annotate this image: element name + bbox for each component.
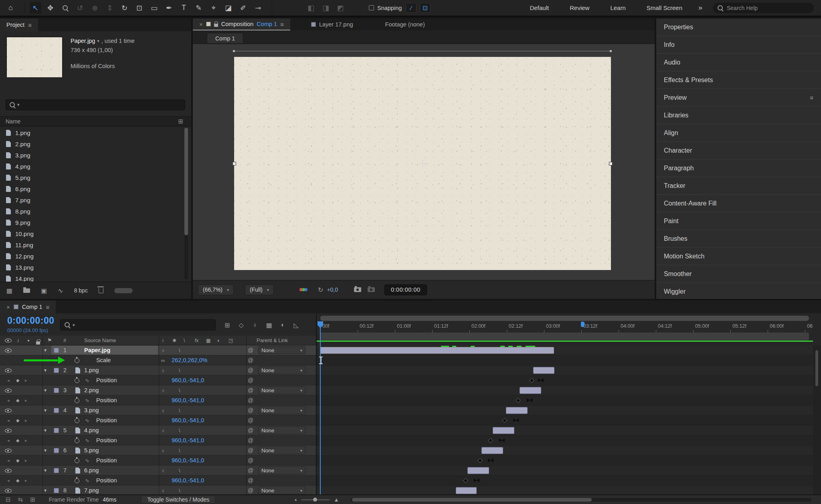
stopwatch-icon[interactable] (75, 438, 79, 443)
pick-whip-icon[interactable]: @ (248, 405, 253, 415)
work-area-bar[interactable] (320, 333, 809, 340)
project-file-row[interactable]: 8.png (0, 206, 191, 217)
layer-duration-bar[interactable] (467, 467, 489, 474)
parent-link-column-header[interactable]: Parent & Link (257, 336, 288, 345)
shy-switch[interactable]: ♁ (161, 385, 165, 395)
keyframe-diamond-icon[interactable] (488, 438, 493, 443)
stopwatch-icon[interactable] (75, 418, 79, 423)
pick-whip-icon[interactable]: @ (248, 446, 253, 456)
snapping-checkbox[interactable] (369, 5, 374, 10)
visibility-toggle[interactable] (5, 389, 12, 393)
orbit-camera-tool[interactable]: ↺ (74, 2, 86, 14)
anchor-point-icon[interactable] (419, 160, 426, 167)
3d-layer-icon[interactable]: ◳ (229, 336, 233, 345)
panel-tab-align[interactable]: Align (656, 124, 821, 142)
workspace-default[interactable]: Default (530, 4, 549, 11)
property-value[interactable]: 960,0,-541,0 (172, 415, 204, 425)
exposure-value[interactable]: +0,0 (327, 286, 338, 293)
close-icon[interactable]: × (6, 304, 10, 310)
expand-chevron[interactable]: ▾ (44, 365, 47, 375)
project-file-row[interactable]: 11.png (0, 239, 191, 250)
keyframe-easy-ease-icon[interactable] (474, 478, 479, 482)
pick-whip-icon[interactable]: @ (248, 456, 253, 466)
home-tool[interactable]: ⌂ (5, 2, 16, 14)
layer-color-swatch[interactable] (54, 348, 59, 353)
file-thumbnail[interactable] (6, 37, 63, 78)
property-label[interactable]: Position (96, 395, 117, 405)
property-label[interactable]: Position (96, 435, 117, 446)
slider-knob[interactable] (313, 498, 317, 502)
project-file-row[interactable]: 14.png (0, 273, 191, 282)
layer-name[interactable]: 3.png (84, 405, 99, 415)
parent-link-dropdown[interactable]: None▾ (258, 386, 305, 394)
layer-duration-bar[interactable] (456, 487, 477, 494)
timeline-comp-tab[interactable]: × Comp 1 ≡ (0, 300, 56, 313)
pick-whip-icon[interactable]: @ (248, 415, 253, 425)
panel-tab-effects-presets[interactable]: Effects & Presets (656, 71, 821, 89)
previous-keyframe-icon[interactable]: ◂ (7, 456, 10, 466)
workspace-overflow-button[interactable]: » (698, 4, 702, 12)
keyframe-easy-ease-icon[interactable] (499, 438, 505, 442)
timeline-zoom-slider[interactable] (301, 499, 330, 500)
next-keyframe-icon[interactable]: ▸ (25, 456, 27, 466)
project-scrollbar[interactable] (184, 128, 188, 279)
parent-link-dropdown[interactable]: None▾ (258, 406, 305, 414)
panel-tab-motion-sketch[interactable]: Motion Sketch (656, 248, 821, 265)
layer-duration-bar[interactable] (533, 367, 554, 374)
add-keyframe-icon[interactable]: ◆ (16, 476, 19, 486)
show-channel-icon[interactable] (299, 287, 307, 292)
timeline-vertical-scrollbar[interactable] (813, 345, 821, 494)
layer-duration-bar[interactable] (506, 407, 528, 414)
property-value[interactable]: 960,0,-541,0 (172, 435, 204, 446)
type-tool[interactable]: T (178, 2, 190, 14)
parent-link-dropdown[interactable]: None▾ (258, 426, 305, 434)
stopwatch-icon[interactable] (75, 378, 79, 383)
layer-name[interactable]: Paper.jpg (84, 345, 110, 355)
panel-splitter[interactable] (316, 314, 317, 494)
chevron-down-icon[interactable]: ▾ (97, 38, 99, 44)
panel-menu-icon[interactable]: ≡ (46, 304, 50, 310)
stopwatch-icon[interactable] (75, 358, 79, 363)
next-keyframe-icon[interactable]: ▸ (25, 476, 27, 486)
keyframe-diamond-icon[interactable] (463, 478, 468, 483)
previous-keyframe-icon[interactable]: ◂ (7, 435, 10, 446)
expand-chevron[interactable]: ▾ (44, 466, 47, 476)
pick-whip-icon[interactable]: @ (248, 375, 253, 385)
quality-switch[interactable]: \ (179, 425, 180, 435)
draft-3d-icon[interactable]: ◇ (239, 321, 243, 329)
time-ruler[interactable]: 00f00:12f01:00f01:12f02:00f02:12f03:00f0… (317, 321, 813, 333)
pick-whip-icon[interactable]: @ (248, 365, 253, 375)
add-keyframe-icon[interactable]: ◆ (16, 415, 19, 425)
stopwatch-icon[interactable] (75, 398, 79, 403)
property-label[interactable]: Position (96, 476, 117, 486)
frame-blend-icon[interactable]: ▦ (206, 336, 210, 345)
layer-name[interactable]: 4.png (84, 425, 99, 435)
time-navigator-bar[interactable] (320, 316, 809, 321)
flowchart-icon[interactable]: ⊞ (178, 118, 183, 125)
zoom-in-mountain-icon[interactable]: ▲ (334, 496, 339, 503)
layer-row[interactable]: ▾21.png♁\@None▾ (0, 365, 317, 375)
keyframe-easy-ease-icon[interactable] (488, 458, 493, 462)
panel-menu-icon[interactable]: ≡ (810, 94, 813, 101)
name-column-header[interactable]: Name (6, 118, 20, 125)
parent-link-dropdown[interactable]: None▾ (258, 466, 305, 474)
zoom-out-mountain-icon[interactable]: ▲ (294, 498, 297, 502)
pick-whip-icon[interactable]: @ (248, 395, 253, 405)
visibility-toggle[interactable] (5, 429, 12, 433)
property-label[interactable]: Position (96, 415, 117, 425)
previous-keyframe-icon[interactable]: ◂ (7, 415, 10, 425)
layer-color-swatch[interactable] (54, 488, 59, 493)
panel-menu-icon[interactable]: ≡ (280, 21, 284, 28)
pick-whip-icon[interactable]: @ (248, 435, 253, 446)
shy-switch[interactable]: ♁ (161, 345, 165, 355)
selected-file-name[interactable]: Paper.jpg (71, 38, 95, 44)
playhead-line[interactable] (320, 321, 321, 494)
next-keyframe-icon[interactable]: ▸ (25, 415, 27, 425)
keyframe-diamond-icon[interactable] (529, 378, 534, 383)
layer-color-swatch[interactable] (54, 448, 59, 453)
dolly-camera-tool[interactable]: ⇕ (104, 2, 115, 14)
composition-canvas[interactable] (193, 44, 655, 280)
collapse-transforms-icon[interactable]: ✱ (172, 336, 176, 345)
project-file-row[interactable]: 12.png (0, 250, 191, 262)
layer-row[interactable]: ▾32.png♁\@None▾ (0, 385, 317, 395)
